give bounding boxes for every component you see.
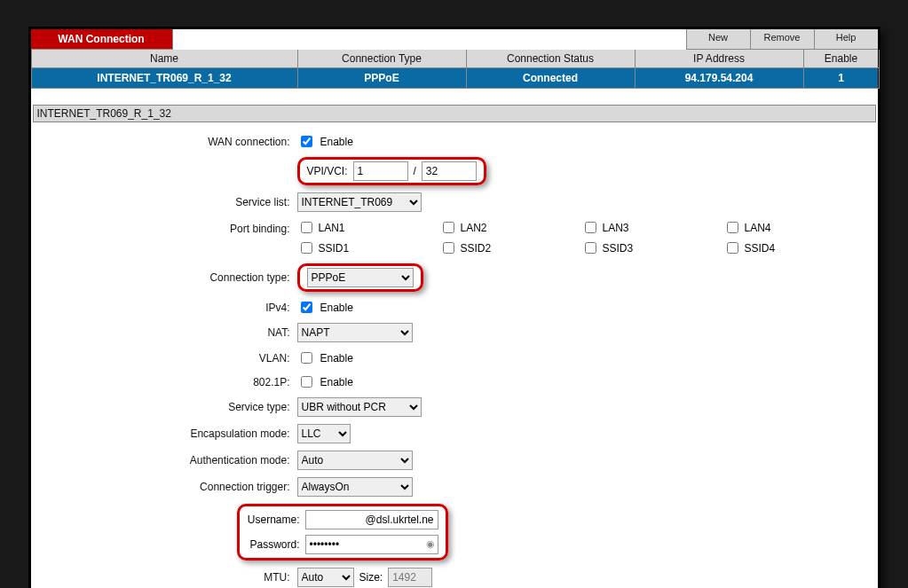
vci-input[interactable] [422, 161, 477, 181]
label-username: Username: [247, 514, 300, 526]
port-ssid2-checkbox[interactable] [443, 242, 454, 254]
remove-button[interactable]: Remove [750, 29, 814, 50]
col-ip-address: IP Address [635, 50, 803, 68]
port-ssid1-label: SSID1 [319, 242, 350, 255]
col-name: Name [31, 50, 297, 68]
port-lan2-label: LAN2 [461, 222, 487, 234]
help-button[interactable]: Help [814, 29, 878, 50]
label-nat: NAT: [31, 326, 297, 339]
port-ssid1-checkbox[interactable] [301, 242, 312, 254]
connection-table-header: Name Connection Type Connection Status I… [31, 50, 878, 68]
vpi-input[interactable] [353, 161, 408, 181]
port-ssid4-checkbox[interactable] [727, 242, 738, 254]
label-authentication-mode: Authentication mode: [31, 454, 297, 466]
highlight-credentials: Username: Password: ◉ [237, 504, 448, 561]
col-conn-type: Connection Type [297, 50, 466, 68]
col-enable: Enable [803, 50, 880, 68]
col-conn-status: Connection Status [466, 50, 635, 68]
wan-enable-text: Enable [320, 136, 353, 148]
label-vpivci: VPI/VCI: [307, 165, 348, 177]
port-ssid4-label: SSID4 [745, 242, 776, 255]
port-lan3-label: LAN3 [603, 222, 629, 234]
ipv4-enable-text: Enable [320, 302, 353, 314]
eye-icon[interactable]: ◉ [426, 538, 435, 550]
label-service-list: Service list: [31, 196, 297, 208]
service-list-select[interactable]: INTERNET_TR069 [297, 192, 422, 212]
ipv4-enable-checkbox[interactable] [301, 302, 312, 313]
cell-status: Connected [466, 68, 635, 89]
service-type-select[interactable]: UBR without PCR [297, 397, 422, 417]
top-bar: WAN Connection New Remove Help [31, 29, 878, 50]
vlan-enable-checkbox[interactable] [301, 352, 312, 364]
port-lan4-checkbox[interactable] [727, 222, 738, 233]
port-lan2-checkbox[interactable] [443, 222, 454, 233]
cell-enable: 1 [803, 68, 880, 89]
authentication-select[interactable]: Auto [297, 451, 413, 470]
8021p-enable-checkbox[interactable] [301, 376, 312, 388]
cell-ip: 94.179.54.204 [635, 68, 803, 89]
section-title: INTERNET_TR069_R_1_32 [33, 105, 876, 122]
port-lan1-label: LAN1 [319, 222, 345, 234]
port-lan4-label: LAN4 [745, 222, 771, 234]
mtu-size-input [388, 568, 432, 587]
wan-connection-panel: WAN Connection New Remove Help Name Conn… [28, 27, 880, 588]
tab-wan-connection[interactable]: WAN Connection [31, 29, 173, 50]
port-ssid3-label: SSID3 [603, 242, 634, 255]
label-port-binding: Port binding: [31, 219, 297, 235]
highlight-vpivci: VPI/VCI: / [297, 157, 486, 185]
port-ssid2-label: SSID2 [461, 242, 492, 255]
label-mtu: MTU: [31, 571, 297, 584]
mtu-select[interactable]: Auto [297, 568, 354, 587]
new-button[interactable]: New [686, 29, 750, 50]
encapsulation-select[interactable]: LLC [297, 424, 351, 443]
label-connection-trigger: Connection trigger: [31, 481, 297, 493]
wan-enable-checkbox[interactable] [301, 136, 312, 147]
label-vlan: VLAN: [31, 352, 297, 365]
label-connection-type: Connection type: [31, 271, 297, 284]
label-password: Password: [247, 538, 300, 551]
vpivci-separator: / [414, 165, 416, 177]
username-input[interactable] [305, 510, 438, 529]
vlan-enable-text: Enable [320, 352, 353, 365]
cell-type: PPPoE [297, 68, 466, 89]
password-input[interactable] [305, 535, 438, 554]
label-ipv4: IPv4: [31, 302, 297, 314]
label-size: Size: [359, 571, 383, 584]
label-service-type: Service type: [31, 401, 297, 413]
connection-type-select[interactable]: PPPoE [307, 268, 414, 287]
port-ssid3-checkbox[interactable] [585, 242, 596, 254]
port-lan1-checkbox[interactable] [301, 222, 312, 233]
label-8021p: 802.1P: [31, 376, 297, 388]
connection-form: INTERNET_TR069_R_1_32 WAN connection: En… [31, 89, 878, 588]
connection-row-selected[interactable]: INTERNET_TR069_R_1_32 PPPoE Connected 94… [31, 68, 878, 89]
connection-trigger-select[interactable]: AlwaysOn [297, 477, 413, 497]
label-wan-connection: WAN connection: [31, 136, 297, 148]
label-encapsulation-mode: Encapsulation mode: [31, 427, 297, 440]
8021p-enable-text: Enable [320, 376, 353, 388]
port-lan3-checkbox[interactable] [585, 222, 596, 233]
nat-select[interactable]: NAPT [297, 323, 413, 342]
cell-name: INTERNET_TR069_R_1_32 [31, 68, 297, 89]
